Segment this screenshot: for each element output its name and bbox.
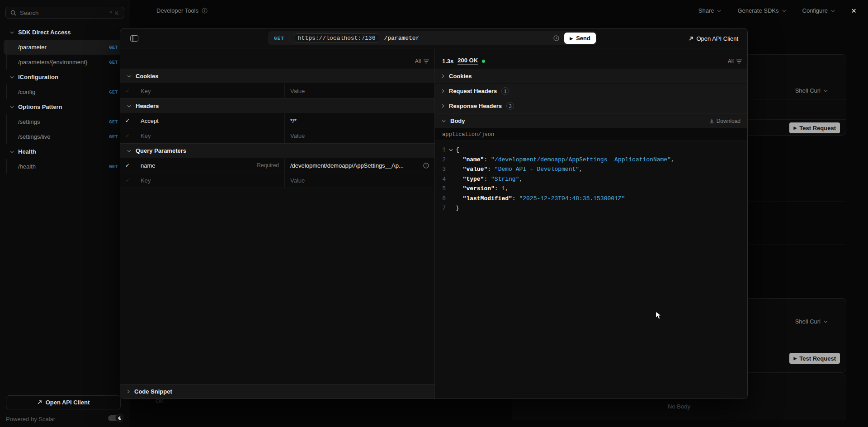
sidebar-toggle-icon[interactable] (130, 35, 138, 42)
line-number: 1 (439, 146, 446, 153)
close-icon[interactable]: × (851, 6, 856, 15)
value-input[interactable]: Value (285, 173, 434, 188)
chevron-down-icon (824, 89, 828, 92)
section-response-cookies[interactable]: Cookies (435, 69, 747, 84)
response-filter-all[interactable]: All (728, 58, 742, 65)
content-type-bar: application/json (435, 128, 747, 141)
section-query-parameters[interactable]: Query Parameters (120, 143, 434, 158)
code-text: "lastModified": "2025-12-23T04:48:35.153… (456, 195, 625, 202)
search-placeholder: Search (20, 9, 38, 16)
sidebar-section-options-pattern[interactable]: Options Pattern (0, 99, 130, 114)
row-checkbox[interactable]: ✓ (120, 128, 135, 143)
sidebar-item-settings-live[interactable]: /settings/live GET (4, 129, 126, 144)
value-input[interactable]: Value (285, 128, 434, 143)
chevron-right-icon (127, 389, 130, 394)
open-api-client-button[interactable]: Open API Client (689, 28, 739, 48)
row-checkbox[interactable]: ✓ (120, 158, 135, 173)
row-checkbox[interactable]: ✓ (120, 113, 135, 128)
send-button[interactable]: ▶ Send (564, 33, 596, 44)
key-input[interactable]: Key (135, 173, 285, 188)
download-button[interactable]: Download (709, 118, 741, 124)
response-status-code[interactable]: 200 OK (458, 57, 478, 65)
response-panel: 1.3s 200 OK All Cookies Request Headers … (435, 49, 747, 399)
chevron-down-icon (442, 120, 446, 122)
key-input[interactable]: Key (135, 84, 285, 98)
header-row-accept: ✓ Accept */* (120, 113, 434, 128)
server-url-select[interactable]: https://localhost:7136 (294, 33, 380, 43)
value-input[interactable]: Value (285, 84, 434, 98)
sidebar-section-health[interactable]: Health (0, 144, 130, 159)
section-cookies[interactable]: Cookies (120, 69, 434, 84)
sidebar-open-api-client-button[interactable]: Open API Client (6, 395, 121, 409)
chevron-down-icon (782, 9, 786, 12)
api-client-modal: GET https://localhost:7136 /parameter ▶ … (120, 28, 748, 399)
key-input[interactable]: Key (135, 128, 285, 143)
section-response-headers[interactable]: Response Headers 3 (435, 99, 747, 113)
shell-curl-dropdown[interactable]: Shell Curl (795, 318, 828, 325)
info-icon[interactable] (423, 163, 429, 169)
section-request-headers[interactable]: Request Headers 1 (435, 84, 747, 99)
play-icon: ▶ (793, 126, 797, 130)
fold-chevron-icon[interactable] (446, 149, 456, 151)
sidebar-item-parameters-environment[interactable]: /parameters/{environment} GET (4, 55, 126, 70)
test-request-button[interactable]: ▶ Test Request (789, 353, 840, 364)
share-menu[interactable]: Share (698, 7, 722, 14)
sidebar-section-iconfiguration[interactable]: IConfiguration (0, 70, 130, 84)
no-body-text: No Body (512, 403, 846, 410)
row-checkbox[interactable]: ✓ (120, 84, 135, 98)
line-number: 2 (439, 156, 446, 163)
dark-mode-toggle[interactable] (108, 415, 122, 421)
sidebar-item-config[interactable]: /config GET (4, 84, 126, 99)
method-badge: GET (109, 45, 118, 50)
request-filter-all[interactable]: All (415, 58, 429, 65)
sidebar-item-health[interactable]: /health GET (4, 159, 126, 174)
search-input[interactable]: Search ^ K (5, 7, 124, 19)
sidebar-nav: SDK Direct Access /parameter GET /parame… (0, 25, 130, 174)
chevron-down-icon (824, 320, 828, 323)
sidebar-item-parameter[interactable]: /parameter GET (4, 40, 126, 55)
line-number: 7 (439, 205, 446, 211)
method-badge: GET (109, 89, 118, 94)
code-text: "name": "/development/demoapp/AppSetting… (456, 156, 675, 163)
history-icon[interactable] (553, 35, 560, 42)
sidebar-section-sdk-direct-access[interactable]: SDK Direct Access (0, 25, 130, 40)
key-input[interactable]: name Required (135, 158, 285, 173)
address-bar: GET https://localhost:7136 /parameter ▶ … (268, 31, 597, 45)
chevron-down-icon (127, 150, 131, 152)
powered-by-scalar: Powered by Scalar (6, 416, 55, 422)
line-number: 3 (439, 166, 446, 173)
key-input[interactable]: Accept (135, 113, 285, 128)
request-filter-row: All (120, 49, 434, 69)
code-text: "version": 1, (456, 185, 509, 192)
path-input[interactable]: /parameter (384, 35, 419, 42)
method-label: GET (274, 36, 284, 41)
value-input[interactable]: */* (285, 113, 434, 128)
mouse-cursor (655, 311, 663, 320)
response-status-row: 1.3s 200 OK All (435, 49, 747, 69)
line-number: 6 (439, 195, 446, 202)
row-checkbox[interactable]: ✓ (120, 173, 135, 188)
sidebar-item-settings[interactable]: /settings GET (4, 114, 126, 129)
section-headers[interactable]: Headers (120, 99, 434, 113)
test-request-button[interactable]: ▶ Test Request (789, 122, 840, 133)
moon-icon (118, 416, 122, 420)
line-number: 4 (439, 176, 446, 183)
code-line: 3 "value": "Demo API - Development", (439, 164, 747, 174)
code-line: 1{ (439, 145, 747, 155)
method-badge: GET (109, 119, 118, 124)
configure-menu[interactable]: Configure (802, 7, 835, 14)
chevron-right-icon (442, 104, 444, 108)
code-line: 6 "lastModified": "2025-12-23T04:48:35.1… (439, 194, 747, 204)
topbar: Developer Tools Share Generate SDKs Conf… (130, 0, 868, 21)
generate-sdks-menu[interactable]: Generate SDKs (737, 7, 786, 14)
header-row-empty: ✓ Key Value (120, 128, 434, 143)
method-badge: GET (109, 60, 118, 65)
shell-curl-dropdown[interactable]: Shell Curl (795, 87, 828, 94)
info-icon[interactable] (202, 8, 208, 14)
section-code-snippet[interactable]: Code Snippet (120, 384, 434, 399)
value-input[interactable]: /development/demoapp/AppSettings__Ap... (285, 158, 434, 173)
chevron-down-icon (10, 31, 14, 34)
chevron-down-icon (717, 9, 721, 12)
section-body[interactable]: Body Download (435, 113, 747, 128)
code-text: { (456, 146, 459, 153)
